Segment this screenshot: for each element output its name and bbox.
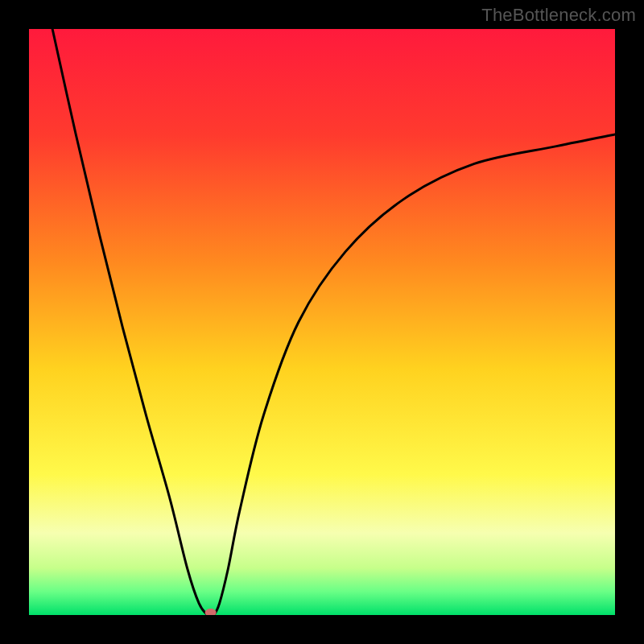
watermark-text: TheBottleneck.com bbox=[481, 5, 636, 26]
gradient-background bbox=[29, 29, 615, 615]
plot-area bbox=[29, 29, 615, 615]
chart-frame: TheBottleneck.com bbox=[0, 0, 644, 644]
bottleneck-chart bbox=[29, 29, 615, 615]
